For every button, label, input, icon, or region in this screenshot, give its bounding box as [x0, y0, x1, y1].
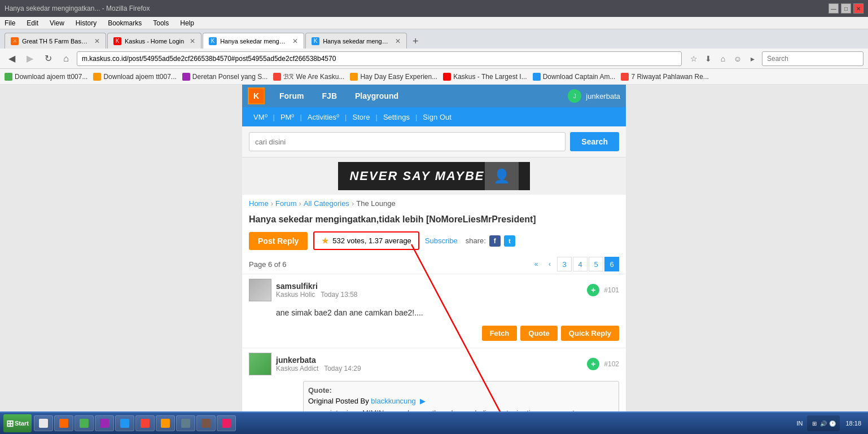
nav-playground[interactable]: Playground: [346, 87, 407, 105]
menu-bookmarks[interactable]: Bookmarks: [106, 18, 144, 28]
quick-reply-button-101[interactable]: Quick Reply: [561, 326, 619, 341]
menu-tools[interactable]: Tools: [151, 18, 171, 28]
nav-fjb[interactable]: FJB: [313, 87, 346, 105]
tab-close-1[interactable]: ✕: [94, 37, 100, 45]
speaker-icon: 🔊: [819, 419, 827, 427]
reload-button[interactable]: ↻: [41, 51, 55, 66]
close-button[interactable]: ✕: [853, 3, 863, 14]
taskbar-item-3[interactable]: [74, 415, 94, 431]
bookmark-star-icon[interactable]: ☆: [687, 52, 700, 65]
taskbar-item-5[interactable]: [115, 415, 134, 431]
bookmark-label-4: ℬℛ We Are Kasku...: [283, 73, 344, 81]
menu-edit[interactable]: Edit: [24, 18, 41, 28]
menu-help[interactable]: Help: [178, 18, 196, 28]
nav-forum[interactable]: Forum: [270, 87, 313, 105]
breadcrumb-home[interactable]: Home: [249, 199, 269, 208]
page-3-button[interactable]: 3: [557, 257, 572, 271]
quote-button-101[interactable]: Quote: [520, 326, 558, 341]
tab-label-4: Hanya sekedar mengingatk...: [323, 38, 389, 45]
taskbar-item-9[interactable]: [196, 415, 216, 431]
page-4-button[interactable]: 4: [573, 257, 588, 271]
subnav-activities[interactable]: Activities⁰: [303, 109, 344, 125]
forward-button[interactable]: ▶: [23, 51, 37, 66]
post-102-username[interactable]: junkerbata: [276, 356, 582, 365]
tab-close-4[interactable]: ✕: [395, 37, 401, 45]
first-page-button[interactable]: «: [530, 258, 542, 270]
new-tab-button[interactable]: +: [408, 34, 423, 49]
kaskus-logo[interactable]: K: [248, 87, 265, 104]
menu-file[interactable]: File: [2, 18, 17, 28]
more-icon[interactable]: ▸: [746, 52, 759, 65]
tab-4[interactable]: K Hanya sekedar mengingatk... ✕: [305, 33, 407, 49]
bookmark-8[interactable]: 7 Riwayat Pahlawan Re...: [621, 73, 708, 81]
clock-icon: 🕐: [828, 419, 836, 427]
bookmark-4[interactable]: ℬℛ We Are Kasku...: [273, 73, 344, 81]
bookmark-6[interactable]: Kaskus - The Largest I...: [443, 73, 527, 81]
title-bar: Hanya sekedar mengingatkan... - Mozilla …: [0, 0, 868, 17]
home-button[interactable]: ⌂: [59, 51, 73, 66]
taskbar-item-2[interactable]: [54, 415, 73, 431]
tab-label-1: Great TH 5 Farm Base base ...: [22, 38, 89, 45]
taskbar-item-8[interactable]: [176, 415, 195, 431]
start-button[interactable]: ⊞ Start: [3, 414, 32, 432]
breadcrumb-all-categories[interactable]: All Categories: [304, 199, 349, 208]
subnav-vm[interactable]: VM⁰: [249, 109, 272, 125]
kaskus-subnav: VM⁰ | PM⁰ | Activities⁰ | Store | Settin…: [242, 107, 626, 126]
twitter-share-button[interactable]: t: [504, 235, 515, 247]
taskbar-items: [34, 415, 792, 431]
bookmark-2[interactable]: Download ajoem tt007...: [93, 73, 176, 81]
post-102-user-info: junkerbata Kaskus Addict Today 14:29: [276, 356, 582, 372]
tab-favicon-3: K: [209, 37, 217, 45]
tab-label-2: Kaskus - Home Login: [125, 38, 184, 45]
prev-page-button[interactable]: ‹: [543, 258, 556, 270]
bookmark-7[interactable]: Download Captain Am...: [533, 73, 616, 81]
quote-author[interactable]: blackkuncung: [371, 397, 416, 405]
tab-close-3[interactable]: ✕: [292, 37, 298, 45]
browser-search-input[interactable]: [762, 51, 863, 66]
back-button[interactable]: ◀: [5, 51, 19, 66]
subnav-signout[interactable]: Sign Out: [418, 109, 456, 125]
forum-search-button[interactable]: Search: [570, 132, 619, 151]
breadcrumb-forum[interactable]: Forum: [275, 199, 297, 208]
home-icon[interactable]: ⌂: [717, 52, 729, 65]
subscribe-link[interactable]: Subscribe: [425, 236, 458, 245]
taskbar-item-10[interactable]: [217, 415, 236, 431]
thread-actions: Post Reply ★ 532 votes, 1.37 average Sub…: [242, 229, 626, 255]
bookmark-3[interactable]: Deretan Ponsel yang S...: [182, 73, 268, 81]
subnav-settings[interactable]: Settings: [379, 109, 414, 125]
tab-1[interactable]: ⚔ Great TH 5 Farm Base base ... ✕: [5, 33, 106, 49]
post-101-username[interactable]: samsulfikri: [276, 282, 582, 291]
taskbar-item-6[interactable]: [135, 415, 155, 431]
tab-3[interactable]: K Hanya sekedar mengingatk... ✕: [203, 33, 304, 49]
user-avatar: J: [568, 89, 581, 103]
menu-view[interactable]: View: [47, 18, 67, 28]
post-102-plus-button[interactable]: +: [587, 358, 599, 370]
bookmark-5[interactable]: Hay Day Easy Experien...: [350, 73, 437, 81]
bookmark-icon-3: [182, 73, 190, 81]
taskbar-item-4[interactable]: [95, 415, 114, 431]
system-clock: 18:18: [842, 419, 865, 427]
subnav-pm[interactable]: PM⁰: [276, 109, 299, 125]
avatar-icon[interactable]: ☺: [731, 52, 744, 65]
post-reply-button[interactable]: Post Reply: [249, 232, 308, 250]
tab-close-2[interactable]: ✕: [190, 37, 195, 45]
minimize-button[interactable]: —: [828, 3, 839, 14]
fetch-button-101[interactable]: Fetch: [482, 326, 518, 341]
tab-label-3: Hanya sekedar mengingatk...: [220, 38, 287, 45]
subnav-store[interactable]: Store: [348, 109, 374, 125]
bookmark-1[interactable]: Download ajoem tt007...: [5, 73, 87, 81]
menu-history[interactable]: History: [73, 18, 99, 28]
maximize-button[interactable]: □: [841, 3, 851, 14]
taskbar-item-7[interactable]: [156, 415, 175, 431]
page-5-button[interactable]: 5: [589, 257, 603, 271]
post-101-plus-button[interactable]: +: [587, 284, 599, 296]
tab-2[interactable]: K Kaskus - Home Login ✕: [107, 33, 201, 49]
facebook-share-button[interactable]: f: [489, 235, 501, 247]
bookmark-label-3: Deretan Ponsel yang S...: [192, 73, 268, 81]
bookmark-label-1: Download ajoem tt007...: [15, 73, 87, 81]
address-bar[interactable]: [77, 51, 682, 66]
forum-search-input[interactable]: [249, 132, 565, 151]
taskbar-item-1[interactable]: [34, 415, 53, 431]
page-6-button[interactable]: 6: [604, 257, 619, 271]
download-icon[interactable]: ⬇: [702, 52, 714, 65]
